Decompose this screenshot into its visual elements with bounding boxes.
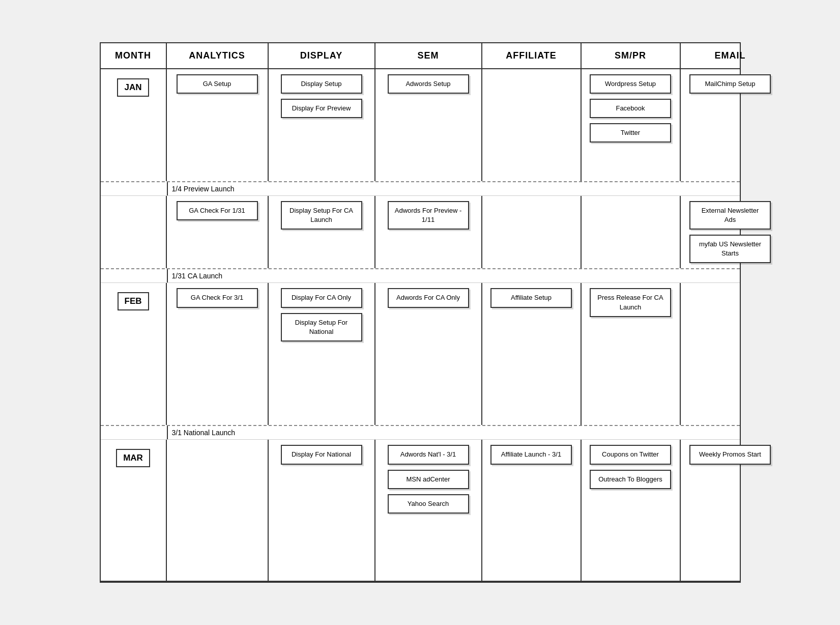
display-setup-national-card: Display Setup For National — [281, 313, 362, 342]
facebook-card: Facebook — [590, 99, 671, 118]
jan-band: JAN GA Setup Display Setup Display For P… — [101, 69, 740, 181]
feb-sem-cell: Adwords For CA Only — [375, 283, 482, 425]
header-email: EMAIL — [681, 43, 780, 68]
mar-label: MAR — [116, 449, 150, 467]
outreach-bloggers-card: Outreach To Bloggers — [590, 470, 671, 489]
preview-band: GA Check For 1/31 Display Setup For CA L… — [101, 195, 740, 269]
wordpress-setup-card: Wordpress Setup — [590, 74, 671, 94]
coupons-twitter-card: Coupons on Twitter — [590, 445, 671, 464]
header-affiliate: AFFILIATE — [482, 43, 582, 68]
twitter-card: Twitter — [590, 123, 671, 143]
weekly-promos-start-card: Weekly Promos Start — [689, 445, 771, 464]
adwords-natl-31-card: Adwords Nat'l - 3/1 — [388, 445, 469, 464]
display-setup-ca-launch-card: Display Setup For CA Launch — [281, 201, 362, 230]
external-newsletter-ads-card: External Newsletter Ads — [689, 201, 771, 230]
preview-smpr-cell — [582, 196, 681, 269]
header-display: DISPLAY — [269, 43, 375, 68]
header-analytics: ANALYTICS — [167, 43, 269, 68]
national-launch-label: 3/1 National Launch — [168, 429, 240, 437]
feb-smpr-cell: Press Release For CA Launch — [582, 283, 681, 425]
ga-check-31-card: GA Check For 3/1 — [177, 288, 258, 307]
mar-affiliate-cell: Affiliate Launch - 3/1 — [482, 440, 582, 581]
affiliate-launch-31-card: Affiliate Launch - 3/1 — [490, 445, 572, 464]
preview-sem-cell: Adwords For Preview - 1/11 — [375, 196, 482, 269]
press-release-ca-launch-card: Press Release For CA Launch — [590, 288, 671, 317]
preview-display-cell: Display Setup For CA Launch — [269, 196, 375, 269]
header-row: MONTH ANALYTICS DISPLAY SEM AFFILIATE SM… — [101, 43, 740, 69]
header-sem: SEM — [375, 43, 482, 68]
yahoo-search-card: Yahoo Search — [388, 494, 469, 514]
jan-display-cell: Display Setup Display For Preview — [269, 69, 375, 181]
jan-smpr-cell: Wordpress Setup Facebook Twitter — [582, 69, 681, 181]
mar-analytics-cell — [167, 440, 269, 581]
adwords-preview-111-card: Adwords For Preview - 1/11 — [388, 201, 469, 230]
preview-affiliate-cell — [482, 196, 582, 269]
mar-sem-cell: Adwords Nat'l - 3/1 MSN adCenter Yahoo S… — [375, 440, 482, 581]
preview-launch-label: 1/4 Preview Launch — [168, 185, 239, 193]
jan-label: JAN — [117, 78, 149, 97]
national-launch-divider: 3/1 National Launch — [101, 425, 740, 439]
feb-affiliate-cell: Affiliate Setup — [482, 283, 582, 425]
preview-month-cell — [101, 196, 167, 269]
header-smpr: SM/PR — [582, 43, 681, 68]
preview-analytics-cell: GA Check For 1/31 — [167, 196, 269, 269]
ga-setup-card: GA Setup — [177, 74, 258, 94]
jan-sem-cell: Adwords Setup — [375, 69, 482, 181]
header-month: MONTH — [101, 43, 167, 68]
calendar-grid: MONTH ANALYTICS DISPLAY SEM AFFILIATE SM… — [100, 42, 741, 583]
feb-label: FEB — [118, 292, 149, 310]
jan-month-cell: JAN — [101, 69, 167, 181]
jan-analytics-cell: GA Setup — [167, 69, 269, 181]
mar-smpr-cell: Coupons on Twitter Outreach To Bloggers — [582, 440, 681, 581]
adwords-ca-only-card: Adwords For CA Only — [388, 288, 469, 307]
preview-launch-divider: 1/4 Preview Launch — [101, 181, 740, 195]
feb-band: FEB GA Check For 3/1 Display For CA Only… — [101, 282, 740, 425]
jan-email-cell: MailChimp Setup — [681, 69, 780, 181]
ga-check-131-card: GA Check For 1/31 — [177, 201, 258, 220]
myfab-newsletter-card: myfab US Newsletter Starts — [689, 235, 771, 263]
jan-affiliate-cell — [482, 69, 582, 181]
mar-email-cell: Weekly Promos Start — [681, 440, 780, 581]
mailchimp-setup-card: MailChimp Setup — [689, 74, 771, 94]
feb-analytics-cell: GA Check For 3/1 — [167, 283, 269, 425]
mar-band: MAR Display For National Adwords Nat'l -… — [101, 439, 740, 582]
ca-launch-divider: 1/31 CA Launch — [101, 268, 740, 282]
preview-email-cell: External Newsletter Ads myfab US Newslet… — [681, 196, 780, 269]
feb-display-cell: Display For CA Only Display Setup For Na… — [269, 283, 375, 425]
display-for-ca-only-card: Display For CA Only — [281, 288, 362, 307]
display-for-national-card: Display For National — [281, 445, 362, 464]
display-setup-card: Display Setup — [281, 74, 362, 94]
msn-adcenter-card: MSN adCenter — [388, 470, 469, 489]
affiliate-setup-card: Affiliate Setup — [490, 288, 572, 307]
display-for-preview-card: Display For Preview — [281, 99, 362, 118]
mar-display-cell: Display For National — [269, 440, 375, 581]
feb-email-cell — [681, 283, 780, 425]
adwords-setup-card: Adwords Setup — [388, 74, 469, 94]
mar-month-cell: MAR — [101, 440, 167, 581]
feb-month-cell: FEB — [101, 283, 167, 425]
ca-launch-label: 1/31 CA Launch — [168, 272, 227, 280]
